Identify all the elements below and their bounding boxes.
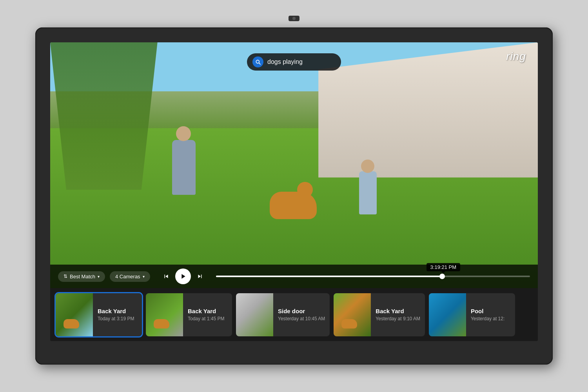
camera-dot xyxy=(292,17,296,20)
thumbnail-info-1: Back Yard Today at 3:19 PM xyxy=(93,304,142,325)
ring-logo: ring xyxy=(506,50,526,63)
search-icon xyxy=(255,59,261,65)
tv-frame: ring dogs playing ⇅ Best Match ▾ 4 Camer… xyxy=(35,27,553,365)
tv-screen: ring dogs playing ⇅ Best Match ▾ 4 Camer… xyxy=(50,42,538,341)
thumbnail-image-5 xyxy=(429,293,466,336)
timeline-thumb xyxy=(439,274,445,279)
chevron-down-icon: ▾ xyxy=(98,274,100,279)
thumbnail-location-1: Back Yard xyxy=(98,308,137,314)
skip-forward-icon xyxy=(196,273,203,280)
cameras-chevron-icon: ▾ xyxy=(143,274,145,279)
thumbnail-time-1: Today at 3:19 PM xyxy=(98,316,137,321)
timeline-track[interactable] xyxy=(216,276,530,277)
video-area: ring dogs playing xyxy=(50,42,538,288)
search-bar[interactable]: dogs playing xyxy=(247,53,341,71)
skip-back-button[interactable] xyxy=(163,273,170,280)
thumbnail-time-2: Today at 1:45 PM xyxy=(188,316,227,321)
thumbnail-image-1 xyxy=(56,293,93,336)
thumbnail-card-3[interactable]: Side door Yesterday at 10:45 AM xyxy=(236,293,330,336)
timestamp-tooltip: 3:19:21 PM xyxy=(426,263,461,271)
skip-forward-button[interactable] xyxy=(196,273,203,280)
thumbnail-card-2[interactable]: Back Yard Today at 1:45 PM xyxy=(146,293,232,336)
thumb-dog-1 xyxy=(64,319,79,328)
thumbnail-card-5[interactable]: Pool Yesterday at 12: xyxy=(429,293,515,336)
thumb-dog-2 xyxy=(154,319,169,328)
cameras-label: 4 Cameras xyxy=(115,274,140,279)
thumb-dog-4 xyxy=(341,319,357,328)
thumbnail-time-3: Yesterday at 10:45 AM xyxy=(278,316,325,321)
thumbnail-location-4: Back Yard xyxy=(376,308,420,314)
thumbnail-image-2 xyxy=(146,293,183,336)
thumbnail-card-4[interactable]: Back Yard Yesterday at 9:10 AM xyxy=(334,293,425,336)
timeline-progress xyxy=(216,276,442,277)
playback-controls xyxy=(163,269,203,284)
thumbnail-location-3: Side door xyxy=(278,308,325,314)
svg-marker-0 xyxy=(181,274,185,279)
thumbnail-image-4 xyxy=(334,293,371,336)
play-button[interactable] xyxy=(175,269,191,284)
thumbnail-info-4: Back Yard Yesterday at 9:10 AM xyxy=(371,304,425,325)
controls-bar: ⇅ Best Match ▾ 4 Cameras ▾ xyxy=(50,265,538,288)
skip-back-icon xyxy=(163,273,170,280)
thumbnail-card-1[interactable]: Back Yard Today at 3:19 PM xyxy=(56,293,142,336)
search-query-text: dogs playing xyxy=(267,58,303,65)
cameras-filter-button[interactable]: 4 Cameras ▾ xyxy=(110,271,150,282)
thumbnail-image-3 xyxy=(236,293,273,336)
thumbnail-location-5: Pool xyxy=(471,308,510,314)
thumbnails-bar: Back Yard Today at 3:19 PM Back Yard Tod… xyxy=(50,288,538,341)
play-icon xyxy=(180,273,187,279)
search-icon-wrap xyxy=(252,56,263,67)
thumbnail-info-5: Pool Yesterday at 12: xyxy=(466,304,515,325)
sort-icon: ⇅ xyxy=(64,274,67,279)
dog-figure xyxy=(270,192,317,219)
thumbnail-time-5: Yesterday at 12: xyxy=(471,316,510,321)
thumbnail-info-2: Back Yard Today at 1:45 PM xyxy=(183,304,232,325)
thumbnail-info-3: Side door Yesterday at 10:45 AM xyxy=(273,304,330,325)
person-right-figure xyxy=(359,171,377,214)
thumbnail-location-2: Back Yard xyxy=(188,308,227,314)
timeline-container[interactable]: 3:19:21 PM xyxy=(216,276,530,277)
best-match-label: Best Match xyxy=(70,274,95,279)
trees-area xyxy=(50,42,158,190)
person-left-figure xyxy=(172,140,196,195)
best-match-filter-button[interactable]: ⇅ Best Match ▾ xyxy=(58,271,105,282)
camera-notch xyxy=(289,16,299,21)
thumbnail-time-4: Yesterday at 9:10 AM xyxy=(376,316,420,321)
